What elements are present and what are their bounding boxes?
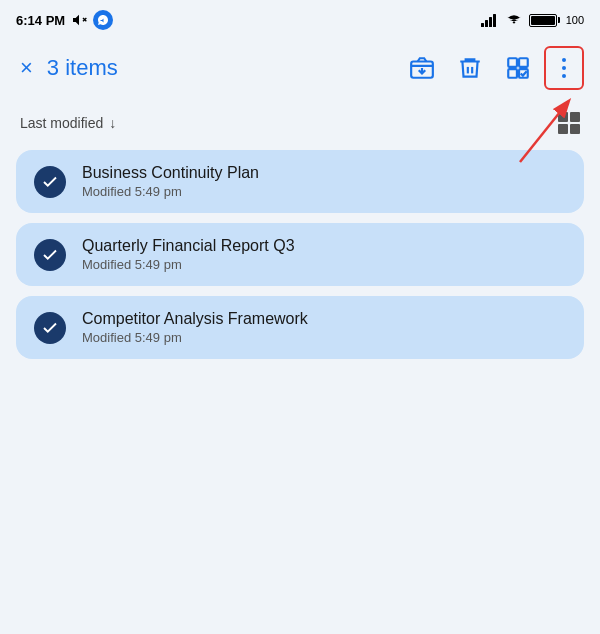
select-all-button[interactable] bbox=[496, 46, 540, 90]
signal-icon bbox=[481, 13, 499, 27]
svg-rect-2 bbox=[481, 23, 484, 27]
check-circle-3 bbox=[34, 312, 66, 344]
grid-cell-3 bbox=[558, 124, 568, 134]
select-all-icon bbox=[505, 55, 531, 81]
file-name-1: Business Continuity Plan bbox=[82, 164, 259, 182]
file-info-2: Quarterly Financial Report Q3 Modified 5… bbox=[82, 237, 295, 272]
svg-rect-4 bbox=[489, 17, 492, 27]
file-name-3: Competitor Analysis Framework bbox=[82, 310, 308, 328]
grid-cell-2 bbox=[570, 112, 580, 122]
delete-button[interactable] bbox=[448, 46, 492, 90]
check-circle-1 bbox=[34, 166, 66, 198]
grid-cell-1 bbox=[558, 112, 568, 122]
sort-direction-icon: ↓ bbox=[109, 115, 116, 131]
checkmark-icon-1 bbox=[41, 173, 59, 191]
wifi-icon bbox=[505, 13, 523, 27]
status-bar: 6:14 PM bbox=[0, 0, 600, 36]
svg-rect-5 bbox=[493, 14, 496, 27]
status-left: 6:14 PM bbox=[16, 10, 113, 30]
messenger-icon bbox=[93, 10, 113, 30]
grid-view-button[interactable] bbox=[558, 112, 580, 134]
sort-label[interactable]: Last modified ↓ bbox=[20, 115, 116, 131]
delete-icon bbox=[457, 55, 483, 81]
svg-rect-9 bbox=[508, 58, 517, 67]
status-right: 100 bbox=[481, 13, 584, 27]
battery-icon bbox=[529, 14, 560, 27]
file-modified-1: Modified 5:49 pm bbox=[82, 184, 259, 199]
close-selection-button[interactable]: × bbox=[16, 51, 37, 85]
svg-rect-11 bbox=[508, 69, 517, 78]
svg-rect-10 bbox=[519, 58, 528, 67]
move-to-button[interactable] bbox=[400, 46, 444, 90]
file-item[interactable]: Quarterly Financial Report Q3 Modified 5… bbox=[16, 223, 584, 286]
check-circle-2 bbox=[34, 239, 66, 271]
sort-by-label: Last modified bbox=[20, 115, 103, 131]
file-modified-3: Modified 5:49 pm bbox=[82, 330, 308, 345]
checkmark-icon-3 bbox=[41, 319, 59, 337]
mute-icon bbox=[71, 12, 87, 28]
grid-cell-4 bbox=[570, 124, 580, 134]
file-item[interactable]: Competitor Analysis Framework Modified 5… bbox=[16, 296, 584, 359]
checkmark-icon-2 bbox=[41, 246, 59, 264]
move-to-icon bbox=[409, 55, 435, 81]
more-options-button[interactable] bbox=[544, 46, 584, 90]
file-info-3: Competitor Analysis Framework Modified 5… bbox=[82, 310, 308, 345]
sort-row: Last modified ↓ bbox=[0, 104, 600, 142]
battery-percent: 100 bbox=[566, 14, 584, 26]
file-name-2: Quarterly Financial Report Q3 bbox=[82, 237, 295, 255]
svg-rect-3 bbox=[485, 20, 488, 27]
file-modified-2: Modified 5:49 pm bbox=[82, 257, 295, 272]
toolbar-left: × 3 items bbox=[16, 51, 400, 85]
time-display: 6:14 PM bbox=[16, 13, 65, 28]
file-list: Business Continuity Plan Modified 5:49 p… bbox=[0, 142, 600, 367]
items-count-label: 3 items bbox=[47, 55, 118, 81]
toolbar: × 3 items bbox=[0, 36, 600, 100]
more-dots-icon bbox=[562, 58, 566, 78]
file-info-1: Business Continuity Plan Modified 5:49 p… bbox=[82, 164, 259, 199]
file-item[interactable]: Business Continuity Plan Modified 5:49 p… bbox=[16, 150, 584, 213]
toolbar-right bbox=[400, 46, 584, 90]
